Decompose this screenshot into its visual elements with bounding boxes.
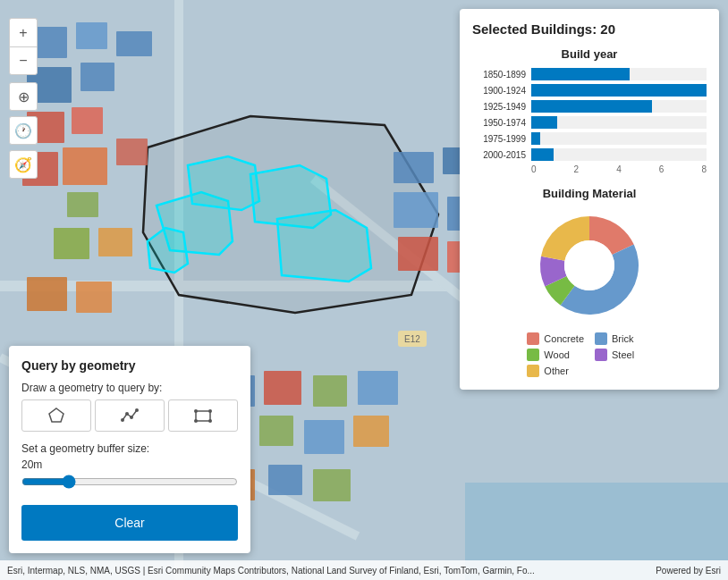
svg-rect-64	[196, 411, 210, 421]
buffer-value: 20m	[21, 458, 238, 471]
bar-fill	[531, 68, 630, 80]
svg-point-66	[208, 409, 212, 413]
legend-color	[595, 332, 607, 345]
map-container[interactable]: E12 + − ⊕ 🕐 🧭 Esri, Intermap, NLS, NMA, …	[0, 0, 728, 580]
pan-button[interactable]: ⊕	[9, 82, 38, 111]
bar-bg	[531, 68, 707, 80]
svg-point-60	[121, 418, 124, 422]
bar-row: 2000-2015	[472, 148, 707, 161]
polygon-tool-button[interactable]	[21, 399, 91, 432]
bar-label: 1925-1949	[472, 102, 526, 112]
svg-point-63	[135, 408, 139, 412]
bar-row: 1900-1924	[472, 84, 707, 97]
buffer-label: Set a geometry buffer size:	[21, 442, 238, 455]
svg-point-68	[194, 419, 198, 423]
legend: Concrete Brick Wood Steel Other	[527, 332, 651, 377]
legend-item: Concrete	[527, 332, 584, 345]
draw-tools	[21, 399, 238, 432]
bar-fill	[531, 116, 557, 129]
svg-point-62	[130, 416, 133, 419]
legend-color	[595, 349, 607, 361]
bar-bg	[531, 132, 707, 145]
attribution-bar: Esri, Intermap, NLS, NMA, USGS | Esri Co…	[0, 560, 728, 580]
build-year-chart: Build year 1850-1899 1900-1924 1925-1949…	[472, 47, 707, 174]
legend-item: Other	[527, 365, 584, 377]
bar-bg	[531, 100, 707, 113]
clear-button[interactable]: Clear	[21, 505, 238, 541]
legend-item: Wood	[527, 349, 584, 361]
bar-row: 1925-1949	[472, 100, 707, 113]
attribution-text: Esri, Intermap, NLS, NMA, USGS | Esri Co…	[7, 566, 535, 576]
bar-label: 1950-1974	[472, 118, 526, 128]
svg-marker-59	[49, 408, 63, 422]
bar-label: 1850-1899	[472, 70, 526, 80]
polyline-tool-button[interactable]	[95, 399, 165, 432]
legend-label: Wood	[544, 349, 570, 360]
building-material-title: Building Material	[472, 187, 707, 200]
history-button[interactable]: 🕐	[9, 116, 38, 145]
donut-svg	[518, 207, 661, 324]
compass-button[interactable]: 🧭	[9, 150, 38, 179]
zoom-out-button[interactable]: −	[9, 46, 38, 75]
legend-color	[527, 332, 539, 345]
svg-point-61	[125, 412, 129, 416]
legend-label: Steel	[612, 349, 634, 360]
bar-bg	[531, 116, 707, 129]
query-panel: Query by geometry Draw a geometry to que…	[9, 346, 250, 553]
legend-item: Brick	[595, 332, 652, 345]
bar-bg	[531, 148, 707, 161]
query-panel-title: Query by geometry	[21, 358, 238, 373]
powered-by: Powered by Esri	[656, 566, 721, 576]
slider-container	[21, 475, 238, 492]
buffer-slider[interactable]	[21, 475, 238, 489]
bar-label: 1975-1999	[472, 134, 526, 144]
bar-bg	[531, 84, 707, 97]
legend-label: Other	[544, 366, 569, 376]
bar-label: 1900-1924	[472, 86, 526, 96]
donut-chart: Concrete Brick Wood Steel Other	[472, 207, 707, 377]
bar-row: 1950-1974	[472, 116, 707, 129]
build-year-title: Build year	[472, 47, 707, 61]
stats-title: Selected Buildings: 20	[472, 21, 707, 37]
rectangle-tool-button[interactable]	[168, 399, 238, 432]
bar-row: 1850-1899	[472, 68, 707, 80]
stats-panel: Selected Buildings: 20 Build year 1850-1…	[460, 9, 719, 390]
svg-point-65	[194, 409, 198, 413]
bar-fill	[531, 100, 652, 113]
svg-point-69	[564, 240, 614, 290]
bar-fill	[531, 132, 540, 145]
x-axis: 02468	[531, 164, 707, 174]
legend-color	[527, 349, 539, 361]
legend-label: Brick	[612, 333, 633, 344]
bar-label: 2000-2015	[472, 150, 526, 160]
bar-row: 1975-1999	[472, 132, 707, 145]
draw-label: Draw a geometry to query by:	[21, 382, 238, 394]
zoom-in-button[interactable]: +	[9, 18, 38, 46]
legend-color	[527, 365, 539, 377]
legend-label: Concrete	[544, 333, 584, 344]
legend-item: Steel	[595, 349, 652, 361]
svg-point-67	[208, 419, 212, 423]
bar-fill	[531, 148, 554, 161]
map-controls: + − ⊕ 🕐 🧭	[9, 18, 38, 179]
bar-fill	[531, 84, 707, 97]
